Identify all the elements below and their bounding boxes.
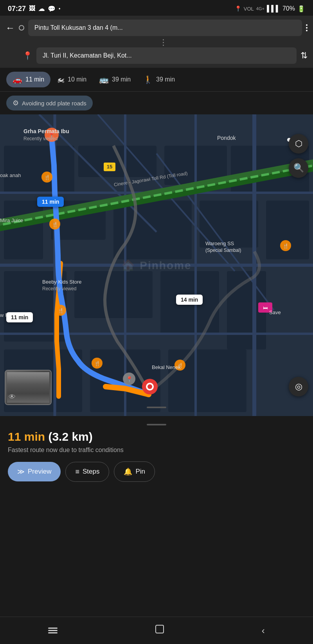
moto-time: 10 min [68, 76, 86, 83]
route-description: Fastest route now due to traffic conditi… [8, 447, 305, 454]
layers-button[interactable]: ⬡ [289, 134, 308, 154]
filter-button[interactable]: ⚙ Avoiding odd plate roads [6, 96, 93, 110]
svg-rect-54 [156, 625, 164, 633]
preview-label: Preview [28, 468, 51, 476]
svg-rect-17 [168, 349, 246, 412]
transit-icon: 🚌 [99, 75, 109, 84]
pin-icon: 🔔 [124, 467, 132, 476]
photo-icon: 🖼 [29, 5, 35, 12]
preview-icon: ≫ [17, 467, 25, 476]
walk-icon: 🚶 [143, 75, 153, 84]
origin-input[interactable]: Pintu Toll Kukusan 3 dan 4 (m... [28, 20, 302, 36]
street-view-icon: 👁 [9, 393, 16, 401]
svg-text:🍴: 🍴 [44, 174, 50, 180]
nav-back-button[interactable]: ‹ [262, 625, 265, 636]
svg-text:🍴: 🍴 [283, 243, 289, 249]
filter-sliders-icon: ⚙ [13, 99, 19, 107]
more-options-button[interactable] [306, 24, 308, 31]
signal-icon: ▌▌▌ [267, 5, 280, 12]
route-badge-14min[interactable]: 14 min [176, 295, 203, 305]
filter-label: Avoiding odd plate roads [22, 100, 86, 107]
svg-text:🛏: 🛏 [263, 305, 268, 311]
svg-text:🍴: 🍴 [58, 308, 64, 313]
location-status-icon: 📍 [235, 5, 241, 12]
svg-point-49 [148, 384, 152, 389]
message-icon: 💬 [48, 5, 56, 13]
filter-bar: ⚙ Avoiding odd plate roads [0, 92, 313, 114]
thumbnail-image: 👁 [5, 371, 51, 404]
route-time: 11 min [8, 430, 45, 443]
dot-icon: • [59, 6, 60, 11]
map-search-button[interactable]: 🔍 [289, 158, 308, 178]
svg-text:🍴: 🍴 [94, 360, 100, 366]
transport-transit[interactable]: 🚌 39 min [93, 72, 137, 87]
origin-row: ← Pintu Toll Kukusan 3 dan 4 (m... [5, 20, 308, 36]
layers-icon: ⬡ [295, 139, 302, 149]
route-time-distance: 11 min (3.2 km) [8, 430, 305, 443]
preview-button[interactable]: ≫ Preview [8, 462, 61, 481]
transport-car[interactable]: 🚗 11 min [6, 72, 50, 87]
map-view[interactable]: 📍 🍴 🍴 🍴 🍴 🍴 🍴 📍 🛏 15 Grha Permata Ibu Re… [0, 114, 313, 416]
pin-label: Pin [135, 468, 145, 476]
transport-mode-bar: 🚗 11 min 🏍 10 min 🚌 39 min 🚶 39 min [0, 68, 313, 92]
bottom-drag-handle[interactable] [147, 424, 166, 425]
steps-icon: ≡ [75, 468, 79, 476]
nav-home-button[interactable] [154, 624, 165, 637]
route-divider [5, 38, 308, 47]
destination-pin-icon: 📍 [23, 51, 32, 60]
search-icon: 🔍 [293, 163, 304, 173]
my-location-button[interactable]: ◎ [289, 377, 308, 396]
action-buttons-row: ≫ Preview ≡ Steps 🔔 Pin [8, 461, 305, 482]
transport-moto[interactable]: 🏍 10 min [50, 72, 93, 87]
bottom-navigation: ‹ [0, 617, 313, 644]
svg-text:📍: 📍 [126, 376, 133, 383]
svg-text:🍴: 🍴 [177, 362, 183, 368]
vol-icon: VOL [244, 6, 254, 12]
svg-rect-6 [4, 201, 43, 259]
transit-time: 39 min [112, 76, 131, 83]
nav-menu-button[interactable] [48, 628, 58, 633]
back-button[interactable]: ← [5, 22, 15, 33]
svg-text:15: 15 [107, 164, 112, 170]
steps-label: Steps [83, 468, 99, 476]
svg-rect-2 [4, 146, 74, 193]
battery-icon: 🔋 [297, 5, 305, 13]
moto-icon: 🏍 [57, 75, 65, 84]
steps-button[interactable]: ≡ Steps [65, 462, 109, 482]
route-badge-11min-alt[interactable]: 11 min [6, 312, 33, 322]
status-bar: 07:27 🖼 ☁ 💬 • 📍 VOL 4G+ ▌▌▌ 70% 🔋 [0, 0, 313, 16]
car-icon: 🚗 [13, 75, 22, 84]
cloud-icon: ☁ [38, 5, 45, 13]
status-time: 07:27 [8, 5, 26, 13]
walk-time: 39 min [156, 76, 175, 83]
battery-label: 70% [282, 5, 295, 12]
bottom-info-panel: 11 min (3.2 km) Fastest route now due to… [0, 416, 313, 488]
header: ← Pintu Toll Kukusan 3 dan 4 (m... 📍 Jl.… [0, 16, 313, 68]
svg-text:📍: 📍 [48, 131, 56, 139]
route-badge-11min-main[interactable]: 11 min [37, 197, 64, 207]
origin-dot-icon [19, 25, 24, 31]
destination-input[interactable]: Jl. Turi II, Kecamatan Beji, Kot... [36, 47, 297, 64]
svg-text:🍴: 🍴 [52, 221, 58, 227]
network-4g-icon: 4G+ [256, 6, 264, 11]
street-view-thumbnail[interactable]: 👁 [5, 370, 52, 405]
svg-rect-12 [74, 271, 153, 318]
route-distance: (3.2 km) [48, 430, 92, 443]
swap-route-button[interactable]: ⇅ [300, 51, 308, 61]
destination-row: 📍 Jl. Turi II, Kecamatan Beji, Kot... ⇅ [5, 47, 308, 64]
car-time: 11 min [25, 76, 44, 83]
location-icon: ◎ [295, 382, 302, 392]
panel-drag-handle[interactable] [147, 407, 166, 408]
pin-button[interactable]: 🔔 Pin [114, 461, 155, 482]
transport-walk[interactable]: 🚶 39 min [137, 72, 181, 87]
